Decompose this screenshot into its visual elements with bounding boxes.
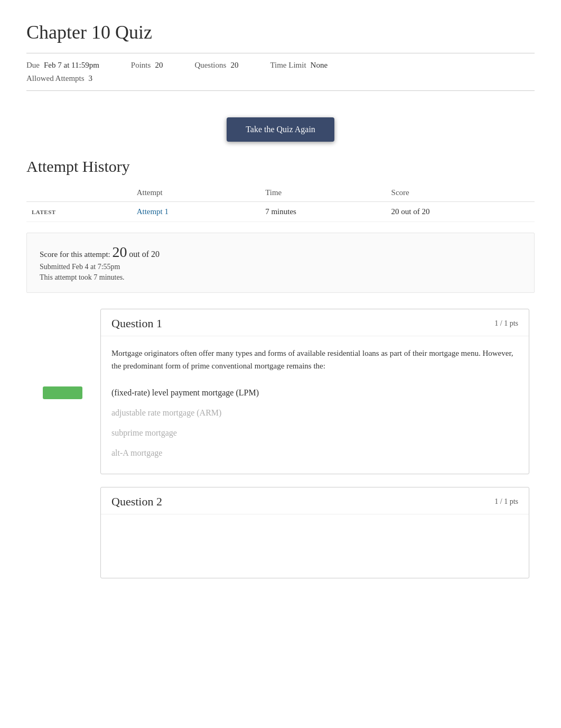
page-title: Chapter 10 Quiz <box>26 21 535 43</box>
questions-value: 20 <box>230 61 238 70</box>
answer-text-4: alt-A mortgage <box>111 448 162 457</box>
col-header-badge <box>26 184 132 202</box>
take-quiz-button[interactable]: Take the Quiz Again <box>227 117 334 142</box>
col-header-attempt: Attempt <box>132 184 260 202</box>
question-1-wrapper: Question 1 1 / 1 pts Mortgage originator… <box>26 309 535 474</box>
table-row: LATEST Attempt 1 7 minutes 20 out of 20 <box>26 202 535 222</box>
score-outof: out of 20 <box>129 250 160 259</box>
score-label: Score for this attempt: <box>40 250 110 259</box>
questions-label: Questions <box>194 61 226 70</box>
attempt-score: 20 out of 20 <box>386 202 535 222</box>
question-1-pts: 1 / 1 pts <box>494 319 518 328</box>
question-1-options: (fixed-rate) level payment mortgage (LPM… <box>101 377 529 474</box>
latest-badge: LATEST <box>32 209 56 215</box>
question-1-body: Mortgage originators often offer many ty… <box>101 336 529 377</box>
answer-text-3: subprime mortgage <box>111 428 177 437</box>
correct-answer-indicator <box>43 386 82 399</box>
answer-text-2: adjustable rate mortgage (ARM) <box>111 408 221 417</box>
submitted-line: Submitted Feb 4 at 7:55pm <box>40 263 521 271</box>
question-card-2: Question 2 1 / 1 pts <box>100 487 529 578</box>
take-quiz-section: Take the Quiz Again <box>26 102 535 158</box>
due-label: Due <box>26 61 40 70</box>
allowed-attempts-value: 3 <box>89 74 93 83</box>
answer-option-4: alt-A mortgage <box>111 443 518 463</box>
quiz-meta-bar: Due Feb 7 at 11:59pm Points 20 Questions… <box>26 53 535 91</box>
attempt-summary: Score for this attempt: 20 out of 20 Sub… <box>26 233 535 293</box>
col-header-score: Score <box>386 184 535 202</box>
points-label: Points <box>131 61 151 70</box>
attempt-link[interactable]: Attempt 1 <box>137 207 169 216</box>
question-1-header: Question 1 1 / 1 pts <box>101 309 529 336</box>
answer-option-1: (fixed-rate) level payment mortgage (LPM… <box>111 383 518 403</box>
time-limit-value: None <box>311 61 328 70</box>
score-big: 20 <box>112 244 127 260</box>
answer-option-3: subprime mortgage <box>111 423 518 443</box>
attempt-history-table: Attempt Time Score LATEST Attempt 1 7 mi… <box>26 184 535 222</box>
time-limit-label: Time Limit <box>270 61 306 70</box>
question-card-1: Question 1 1 / 1 pts Mortgage originator… <box>100 309 529 474</box>
attempt-time: 7 minutes <box>260 202 386 222</box>
question-2-title: Question 2 <box>111 495 162 509</box>
duration-line: This attempt took 7 minutes. <box>40 273 521 282</box>
col-header-time: Time <box>260 184 386 202</box>
question-2-wrapper: Question 2 1 / 1 pts <box>26 487 535 578</box>
attempt-history-title: Attempt History <box>26 158 535 176</box>
allowed-attempts-label: Allowed Attempts <box>26 74 85 83</box>
question-1-title: Question 1 <box>111 317 162 330</box>
question-2-body-placeholder <box>101 514 529 578</box>
question-2-header: Question 2 1 / 1 pts <box>101 487 529 514</box>
answer-text-1: (fixed-rate) level payment mortgage (LPM… <box>111 388 259 397</box>
question-2-pts: 1 / 1 pts <box>494 497 518 506</box>
due-value: Feb 7 at 11:59pm <box>44 61 99 70</box>
answer-option-2: adjustable rate mortgage (ARM) <box>111 403 518 423</box>
points-value: 20 <box>155 61 163 70</box>
